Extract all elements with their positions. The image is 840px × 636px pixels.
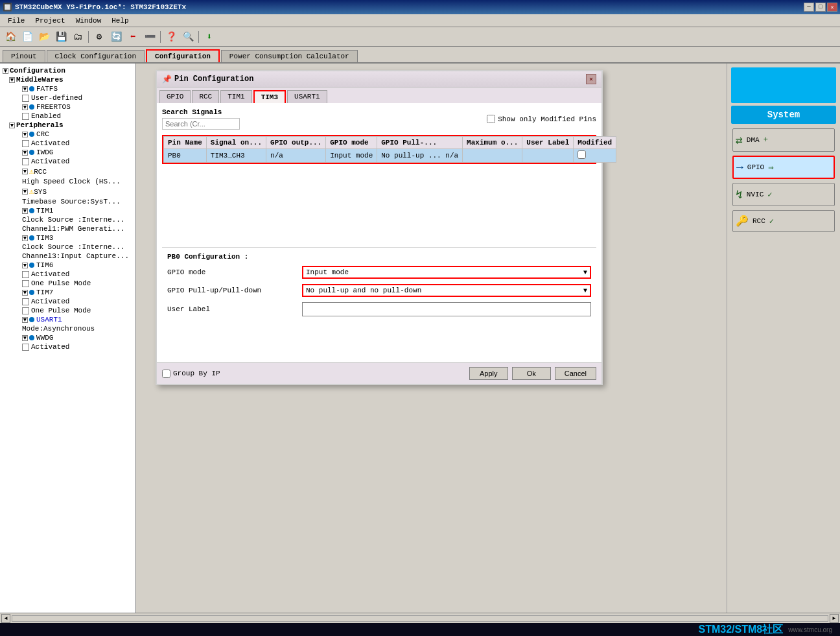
tree-tim6[interactable]: ▼ TIM6: [22, 261, 133, 270]
scroll-left-button[interactable]: ◄: [1, 614, 10, 623]
ok-button[interactable]: Ok: [512, 367, 551, 380]
tree-crc-expand[interactable]: ▼: [22, 132, 28, 137]
dialog-tab-usart1[interactable]: USART1: [287, 90, 327, 103]
dialog-tab-rcc[interactable]: RCC: [192, 90, 219, 103]
toolbar-refresh-btn[interactable]: 🔄: [108, 30, 124, 44]
tree-tim6-checkbox[interactable]: [22, 271, 29, 278]
toolbar-search-btn[interactable]: 🔍: [180, 30, 196, 44]
table-row[interactable]: PB0 TIM3_CH3 n/a Input mode No pull-up .…: [164, 149, 616, 163]
tree-middlewares-expand[interactable]: ▼: [9, 77, 15, 83]
tree-crc-checkbox[interactable]: [22, 140, 29, 147]
tree-fatfs-checkbox[interactable]: [22, 95, 29, 102]
tree-tim7-opm-checkbox[interactable]: [22, 307, 29, 314]
tree-iwdg-group: ▼ IWDG Activated: [9, 148, 133, 166]
tree-tim7-checkbox[interactable]: [22, 298, 29, 305]
tree-tim7[interactable]: ▼ TIM7: [22, 288, 133, 297]
menu-file[interactable]: File: [3, 16, 30, 26]
tree-tim6-opm: One Pulse Mode: [22, 279, 133, 288]
dialog-tab-gpio[interactable]: GPIO: [159, 90, 191, 103]
tree-freertos-expand[interactable]: ▼: [22, 104, 28, 110]
nvic-label: NVIC: [747, 191, 764, 198]
tree-usart1[interactable]: ▼ USART1: [22, 315, 133, 324]
cancel-button[interactable]: Cancel: [555, 367, 596, 380]
tree-tim1[interactable]: ▼ TIM1: [22, 206, 133, 215]
scroll-right-button[interactable]: ►: [830, 614, 839, 623]
modified-checkbox[interactable]: [578, 150, 586, 159]
toolbar-gear-btn[interactable]: ⚙: [91, 30, 107, 44]
tree-wwdg[interactable]: ▼ WWDG: [22, 333, 133, 342]
dialog-tab-tim1[interactable]: TIM1: [220, 90, 251, 103]
tree-tim1-group: ▼ TIM1 Clock Source :Interne... Channel1…: [9, 206, 133, 233]
tree-freertos-enabled: Enabled: [22, 112, 133, 121]
show-modified-checkbox[interactable]: [487, 115, 495, 123]
tree-crc[interactable]: ▼ CRC: [22, 130, 133, 139]
tree-fatfs[interactable]: ▼ FATFS: [22, 84, 133, 93]
tab-configuration[interactable]: Configuration: [146, 49, 220, 62]
menu-project[interactable]: Project: [30, 16, 70, 26]
tree-tim6-opm-checkbox[interactable]: [22, 280, 29, 287]
tree-sys[interactable]: ▼ ⚠ SYS: [22, 186, 133, 197]
tree-rcc-expand[interactable]: ▼: [22, 169, 28, 174]
system-rcc-button[interactable]: 🔑 RCC ✓: [732, 210, 835, 232]
gpio-mode-select[interactable]: Input mode ▼: [302, 266, 591, 279]
apply-button[interactable]: Apply: [469, 367, 508, 380]
toolbar-download-btn[interactable]: ⬇: [202, 30, 217, 44]
toolbar-save2-btn[interactable]: 🗂: [70, 30, 86, 44]
search-input[interactable]: [162, 118, 240, 130]
tree-tim1-dot: [29, 208, 34, 213]
tree-tim3[interactable]: ▼ TIM3: [22, 233, 133, 242]
tree-fatfs-label: FATFS: [36, 85, 58, 93]
tree-peripherals-expand[interactable]: ▼: [9, 123, 15, 128]
pin-configuration-dialog: 📌 Pin Configuration ✕ GPIO RCC TIM1 TIM3…: [156, 70, 603, 385]
menu-help[interactable]: Help: [106, 16, 134, 26]
tree-root-expand[interactable]: ▼: [3, 68, 8, 74]
minimize-button[interactable]: ─: [804, 3, 814, 12]
tree-tim1-ch1-label: Channel1:PWM Generati...: [22, 225, 124, 233]
toolbar-save-btn[interactable]: 💾: [53, 30, 69, 44]
user-label-input[interactable]: [302, 302, 591, 316]
tree-wwdg-checkbox[interactable]: [22, 344, 29, 351]
dialog-title-text: Pin Configuration: [174, 75, 253, 84]
tab-pinout[interactable]: Pinout: [3, 50, 45, 62]
tree-freertos-checkbox[interactable]: [22, 113, 29, 120]
tree-rcc[interactable]: ▼ ⚠ RCC: [22, 166, 133, 177]
gpio-pull-select[interactable]: No pull-up and no pull-down ▼: [302, 284, 591, 297]
tree-usart1-expand[interactable]: ▼: [22, 317, 28, 323]
tree-tim3-expand[interactable]: ▼: [22, 235, 28, 241]
title-bar-controls[interactable]: ─ □ ✕: [804, 3, 837, 12]
toolbar-new-btn[interactable]: 📄: [19, 30, 35, 44]
tree-iwdg-checkbox[interactable]: [22, 158, 29, 165]
tree-iwdg[interactable]: ▼ IWDG: [22, 148, 133, 157]
system-gpio-button[interactable]: → GPIO ⇒: [732, 156, 835, 179]
dma-plus-icon: +: [764, 135, 768, 145]
tree-iwdg-activated: Activated: [22, 157, 133, 166]
scrollbar-track[interactable]: [12, 615, 828, 622]
close-button[interactable]: ✕: [827, 3, 837, 12]
tab-power[interactable]: Power Consumption Calculator: [221, 50, 358, 62]
toolbar-open-btn[interactable]: 📂: [36, 30, 52, 44]
menu-window[interactable]: Window: [71, 16, 107, 26]
search-row: Search Signals Show only Modified Pins: [162, 108, 596, 130]
dialog-close-button[interactable]: ✕: [586, 74, 596, 84]
toolbar-home-btn[interactable]: 🏠: [3, 30, 18, 44]
tree-tim7-expand[interactable]: ▼: [22, 290, 28, 296]
group-by-ip-checkbox[interactable]: [162, 370, 170, 378]
maximize-button[interactable]: □: [815, 3, 826, 12]
system-nvic-button[interactable]: ↯ NVIC ✓: [732, 183, 835, 206]
tree-freertos[interactable]: ▼ FREERTOS: [22, 102, 133, 112]
toolbar-help-btn[interactable]: ❓: [163, 30, 179, 44]
toolbar-minus-btn[interactable]: ➖: [142, 30, 158, 44]
tree-iwdg-expand[interactable]: ▼: [22, 150, 28, 156]
system-dma-button[interactable]: ⇄ DMA +: [732, 128, 835, 152]
toolbar-undo-btn[interactable]: ⬅: [125, 30, 141, 44]
tree-tim1-expand[interactable]: ▼: [22, 208, 28, 214]
dialog-tab-tim3[interactable]: TIM3: [253, 90, 286, 103]
tree-wwdg-expand[interactable]: ▼: [22, 335, 28, 341]
tree-wwdg-group: ▼ WWDG Activated: [9, 333, 133, 351]
tree-crc-group: ▼ CRC Activated: [9, 130, 133, 148]
tree-tim6-expand[interactable]: ▼: [22, 263, 28, 268]
tab-clock[interactable]: Clock Configuration: [47, 50, 145, 62]
tree-fatfs-expand[interactable]: ▼: [22, 86, 28, 92]
tree-sys-expand[interactable]: ▼: [22, 189, 28, 194]
col-gpio-outp: GPIO outp...: [266, 137, 326, 149]
